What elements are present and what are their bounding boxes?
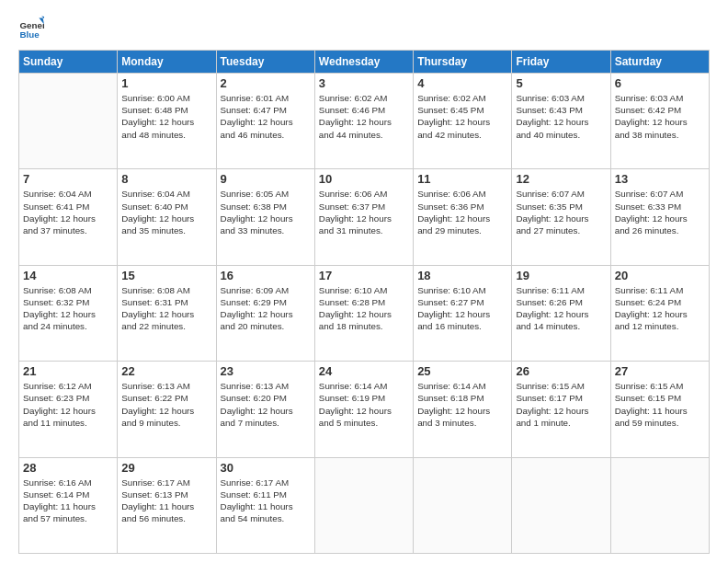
calendar-cell: 29Sunrise: 6:17 AM Sunset: 6:13 PM Dayli…: [118, 457, 216, 553]
calendar-cell: 2Sunrise: 6:01 AM Sunset: 6:47 PM Daylig…: [216, 74, 314, 169]
day-info: Sunrise: 6:09 AM Sunset: 6:29 PM Dayligh…: [221, 284, 311, 333]
day-number: 30: [221, 461, 311, 475]
calendar-cell: 24Sunrise: 6:14 AM Sunset: 6:19 PM Dayli…: [314, 362, 413, 457]
day-number: 7: [23, 172, 113, 186]
calendar-cell: 12Sunrise: 6:07 AM Sunset: 6:35 PM Dayli…: [512, 169, 610, 265]
day-info: Sunrise: 6:15 AM Sunset: 6:17 PM Dayligh…: [516, 380, 606, 429]
day-number: 14: [23, 269, 113, 282]
day-info: Sunrise: 6:11 AM Sunset: 6:26 PM Dayligh…: [516, 284, 606, 333]
calendar-week-row: 28Sunrise: 6:16 AM Sunset: 6:14 PM Dayli…: [19, 457, 710, 553]
day-number: 26: [516, 364, 606, 378]
calendar-week-row: 1Sunrise: 6:00 AM Sunset: 6:48 PM Daylig…: [19, 74, 710, 169]
day-number: 2: [221, 76, 311, 90]
calendar-cell: 15Sunrise: 6:08 AM Sunset: 6:31 PM Dayli…: [118, 265, 216, 361]
day-number: 29: [121, 461, 211, 475]
day-number: 4: [417, 76, 507, 90]
weekday-header: Friday: [512, 51, 610, 74]
day-number: 16: [221, 269, 311, 282]
calendar-cell: 10Sunrise: 6:06 AM Sunset: 6:37 PM Dayli…: [314, 169, 413, 265]
day-info: Sunrise: 6:05 AM Sunset: 6:38 PM Dayligh…: [221, 188, 311, 236]
day-info: Sunrise: 6:10 AM Sunset: 6:28 PM Dayligh…: [319, 284, 409, 333]
day-number: 13: [615, 172, 705, 186]
calendar-cell: 6Sunrise: 6:03 AM Sunset: 6:42 PM Daylig…: [610, 74, 709, 169]
day-number: 10: [319, 172, 409, 186]
svg-text:Blue: Blue: [19, 29, 40, 40]
calendar-week-row: 7Sunrise: 6:04 AM Sunset: 6:41 PM Daylig…: [19, 169, 710, 265]
calendar-cell: 11Sunrise: 6:06 AM Sunset: 6:36 PM Dayli…: [414, 169, 512, 265]
calendar-cell: 25Sunrise: 6:14 AM Sunset: 6:18 PM Dayli…: [414, 362, 512, 457]
calendar-cell: 17Sunrise: 6:10 AM Sunset: 6:28 PM Dayli…: [314, 265, 413, 361]
weekday-header: Tuesday: [216, 51, 314, 74]
day-info: Sunrise: 6:06 AM Sunset: 6:37 PM Dayligh…: [319, 188, 409, 236]
calendar-cell: [314, 457, 413, 553]
day-number: 27: [615, 364, 705, 378]
weekday-header: Sunday: [19, 51, 118, 74]
logo: General Blue: [18, 15, 48, 40]
day-info: Sunrise: 6:13 AM Sunset: 6:22 PM Dayligh…: [121, 380, 211, 429]
day-number: 8: [121, 172, 211, 186]
logo-icon: General Blue: [18, 15, 44, 40]
day-number: 18: [417, 269, 507, 282]
day-info: Sunrise: 6:04 AM Sunset: 6:40 PM Dayligh…: [121, 188, 211, 236]
calendar-cell: 7Sunrise: 6:04 AM Sunset: 6:41 PM Daylig…: [19, 169, 118, 265]
calendar-cell: 27Sunrise: 6:15 AM Sunset: 6:15 PM Dayli…: [610, 362, 709, 457]
calendar-cell: 21Sunrise: 6:12 AM Sunset: 6:23 PM Dayli…: [19, 362, 118, 457]
day-info: Sunrise: 6:14 AM Sunset: 6:19 PM Dayligh…: [319, 380, 409, 429]
day-number: 22: [121, 364, 211, 378]
weekday-header: Saturday: [610, 51, 709, 74]
day-info: Sunrise: 6:03 AM Sunset: 6:43 PM Dayligh…: [516, 92, 606, 141]
day-info: Sunrise: 6:10 AM Sunset: 6:27 PM Dayligh…: [417, 284, 507, 333]
day-number: 17: [319, 269, 409, 282]
day-number: 19: [516, 269, 606, 282]
day-number: 1: [121, 76, 211, 90]
day-number: 12: [516, 172, 606, 186]
calendar-cell: 16Sunrise: 6:09 AM Sunset: 6:29 PM Dayli…: [216, 265, 314, 361]
day-info: Sunrise: 6:04 AM Sunset: 6:41 PM Dayligh…: [23, 188, 113, 236]
page-header: General Blue: [18, 15, 710, 40]
day-info: Sunrise: 6:08 AM Sunset: 6:31 PM Dayligh…: [121, 284, 211, 333]
day-info: Sunrise: 6:06 AM Sunset: 6:36 PM Dayligh…: [417, 188, 507, 236]
calendar-cell: 1Sunrise: 6:00 AM Sunset: 6:48 PM Daylig…: [118, 74, 216, 169]
calendar-cell: 9Sunrise: 6:05 AM Sunset: 6:38 PM Daylig…: [216, 169, 314, 265]
calendar-cell: [414, 457, 512, 553]
weekday-header: Monday: [118, 51, 216, 74]
calendar-cell: 14Sunrise: 6:08 AM Sunset: 6:32 PM Dayli…: [19, 265, 118, 361]
day-info: Sunrise: 6:11 AM Sunset: 6:24 PM Dayligh…: [615, 284, 705, 333]
day-info: Sunrise: 6:16 AM Sunset: 6:14 PM Dayligh…: [23, 477, 113, 525]
calendar-cell: 18Sunrise: 6:10 AM Sunset: 6:27 PM Dayli…: [414, 265, 512, 361]
calendar-cell: 4Sunrise: 6:02 AM Sunset: 6:45 PM Daylig…: [414, 74, 512, 169]
calendar-week-row: 21Sunrise: 6:12 AM Sunset: 6:23 PM Dayli…: [19, 362, 710, 457]
day-number: 24: [319, 364, 409, 378]
day-number: 23: [221, 364, 311, 378]
calendar-cell: [610, 457, 709, 553]
day-info: Sunrise: 6:17 AM Sunset: 6:13 PM Dayligh…: [121, 477, 211, 525]
calendar-cell: 3Sunrise: 6:02 AM Sunset: 6:46 PM Daylig…: [314, 74, 413, 169]
calendar-cell: 26Sunrise: 6:15 AM Sunset: 6:17 PM Dayli…: [512, 362, 610, 457]
day-number: 11: [417, 172, 507, 186]
calendar-cell: 23Sunrise: 6:13 AM Sunset: 6:20 PM Dayli…: [216, 362, 314, 457]
day-info: Sunrise: 6:02 AM Sunset: 6:46 PM Dayligh…: [319, 92, 409, 141]
day-number: 28: [23, 461, 113, 475]
day-info: Sunrise: 6:00 AM Sunset: 6:48 PM Dayligh…: [121, 92, 211, 141]
day-info: Sunrise: 6:07 AM Sunset: 6:33 PM Dayligh…: [615, 188, 705, 236]
calendar-cell: 22Sunrise: 6:13 AM Sunset: 6:22 PM Dayli…: [118, 362, 216, 457]
calendar-week-row: 14Sunrise: 6:08 AM Sunset: 6:32 PM Dayli…: [19, 265, 710, 361]
day-info: Sunrise: 6:01 AM Sunset: 6:47 PM Dayligh…: [221, 92, 311, 141]
weekday-header: Thursday: [414, 51, 512, 74]
day-number: 21: [23, 364, 113, 378]
day-info: Sunrise: 6:07 AM Sunset: 6:35 PM Dayligh…: [516, 188, 606, 236]
calendar-cell: 28Sunrise: 6:16 AM Sunset: 6:14 PM Dayli…: [19, 457, 118, 553]
weekday-header: Wednesday: [314, 51, 413, 74]
calendar-cell: 5Sunrise: 6:03 AM Sunset: 6:43 PM Daylig…: [512, 74, 610, 169]
day-info: Sunrise: 6:15 AM Sunset: 6:15 PM Dayligh…: [615, 380, 705, 429]
day-info: Sunrise: 6:17 AM Sunset: 6:11 PM Dayligh…: [221, 477, 311, 525]
calendar-header-row: SundayMondayTuesdayWednesdayThursdayFrid…: [19, 51, 710, 74]
calendar-cell: 19Sunrise: 6:11 AM Sunset: 6:26 PM Dayli…: [512, 265, 610, 361]
day-number: 15: [121, 269, 211, 282]
calendar-cell: [512, 457, 610, 553]
day-info: Sunrise: 6:13 AM Sunset: 6:20 PM Dayligh…: [221, 380, 311, 429]
day-number: 20: [615, 269, 705, 282]
day-number: 9: [221, 172, 311, 186]
calendar-cell: 13Sunrise: 6:07 AM Sunset: 6:33 PM Dayli…: [610, 169, 709, 265]
day-info: Sunrise: 6:03 AM Sunset: 6:42 PM Dayligh…: [615, 92, 705, 141]
